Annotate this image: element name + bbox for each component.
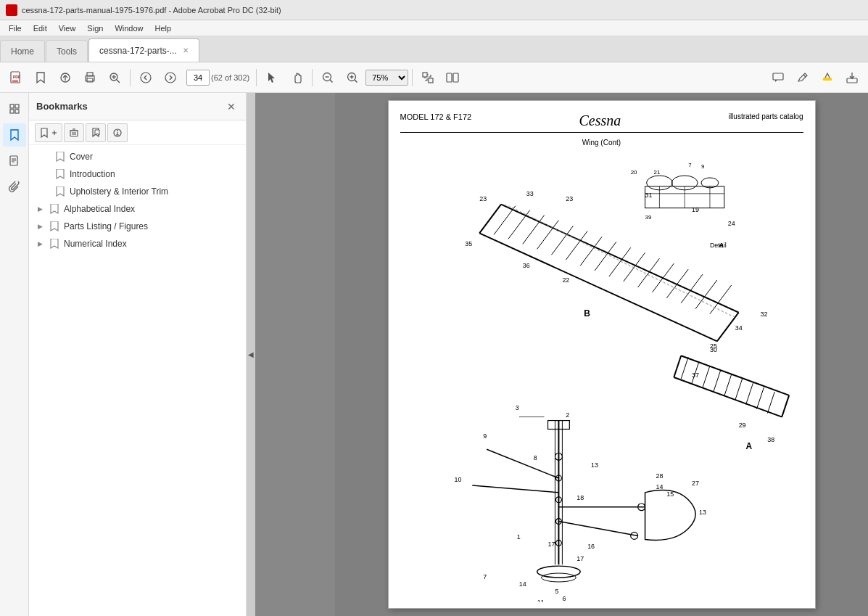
pdf-header: MODEL 172 & F172 Cessna illustrated part… bbox=[400, 112, 803, 133]
bookmark-item-cover[interactable]: ▶ Cover bbox=[29, 148, 246, 165]
tab-document[interactable]: cessna-172-parts-... ✕ bbox=[88, 38, 199, 62]
bookmark-item-numerical[interactable]: ▶ Numerical Index bbox=[29, 235, 246, 252]
svg-text:24: 24 bbox=[727, 221, 735, 228]
menu-edit[interactable]: Edit bbox=[28, 22, 53, 34]
tab-tools[interactable]: Tools bbox=[46, 40, 88, 62]
toolbar-separator-1 bbox=[130, 69, 131, 86]
pdf-diagram: Detail A 20 21 9 bbox=[400, 152, 803, 602]
svg-marker-62 bbox=[51, 204, 58, 213]
zoom-out-button[interactable] bbox=[316, 66, 339, 89]
svg-marker-16 bbox=[268, 73, 275, 83]
two-page-button[interactable] bbox=[441, 66, 464, 89]
menu-sign[interactable]: Sign bbox=[81, 22, 109, 34]
svg-line-91 bbox=[595, 242, 616, 271]
bookmarks-list: ▶ Cover ▶ Introduction bbox=[29, 145, 246, 616]
svg-text:7: 7 bbox=[483, 573, 487, 580]
svg-rect-29 bbox=[453, 73, 458, 82]
tab-close-button[interactable]: ✕ bbox=[183, 46, 189, 54]
menu-bar: File Edit View Sign Window Help bbox=[0, 20, 868, 36]
toolbar-separator-3 bbox=[312, 69, 313, 86]
main-layout: Bookmarks ✕ bbox=[0, 93, 868, 616]
svg-rect-28 bbox=[447, 73, 452, 82]
bookmark-label-parts-listing: Parts Listing / Figures bbox=[64, 221, 240, 231]
bookmark-item-parts-listing[interactable]: ▶ Parts Listing / Figures bbox=[29, 218, 246, 235]
next-page-button[interactable] bbox=[159, 66, 182, 89]
pdf-viewer[interactable]: MODEL 172 & F172 Cessna illustrated part… bbox=[335, 93, 868, 616]
bookmarks-header: Bookmarks ✕ bbox=[29, 93, 246, 120]
menu-file[interactable]: File bbox=[3, 22, 28, 34]
enhance-button[interactable] bbox=[103, 66, 126, 89]
svg-marker-44 bbox=[41, 128, 47, 137]
print-button[interactable] bbox=[78, 66, 102, 89]
zoom-in-button[interactable] bbox=[341, 66, 364, 89]
svg-text:A: A bbox=[717, 241, 723, 249]
svg-text:6: 6 bbox=[562, 595, 566, 602]
new-bookmark-button[interactable] bbox=[35, 123, 62, 142]
pdf-catalog-text: illustrated parts catalog bbox=[729, 112, 803, 120]
svg-line-85 bbox=[508, 210, 529, 239]
bookmark-arrow-alphabetical[interactable]: ▶ bbox=[35, 204, 45, 214]
bookmark-icon-upholstery bbox=[55, 186, 65, 197]
svg-text:17: 17 bbox=[576, 555, 584, 562]
menu-view[interactable]: View bbox=[53, 22, 82, 34]
side-icon-attachments[interactable] bbox=[3, 176, 26, 199]
svg-marker-64 bbox=[51, 239, 58, 248]
svg-rect-38 bbox=[15, 110, 19, 113]
bookmark-item-alphabetical[interactable]: ▶ Alphabetical Index bbox=[29, 200, 246, 218]
hand-tool-button[interactable] bbox=[285, 66, 308, 89]
svg-marker-60 bbox=[57, 169, 64, 178]
svg-text:11: 11 bbox=[537, 599, 544, 602]
create-pdf-button[interactable]: PDF bbox=[4, 66, 28, 89]
svg-text:29: 29 bbox=[738, 422, 745, 430]
bookmarks-title: Bookmarks bbox=[36, 101, 88, 112]
fit-page-button[interactable] bbox=[416, 66, 439, 89]
menu-help[interactable]: Help bbox=[149, 22, 178, 34]
side-icon-tools[interactable] bbox=[3, 97, 26, 120]
zoom-level-select[interactable]: 50% 75% 100% 125% 150% 200% bbox=[365, 70, 408, 86]
svg-text:14: 14 bbox=[656, 483, 663, 490]
export-button[interactable] bbox=[840, 66, 864, 89]
bookmark-icon-alphabetical bbox=[49, 204, 59, 214]
delete-bookmark-button[interactable] bbox=[64, 123, 84, 142]
svg-point-15 bbox=[165, 73, 175, 83]
svg-marker-63 bbox=[51, 221, 58, 231]
bookmark-arrow-numerical[interactable]: ▶ bbox=[35, 239, 45, 249]
svg-line-140 bbox=[472, 485, 558, 493]
tab-home[interactable]: Home bbox=[0, 40, 45, 62]
svg-text:7: 7 bbox=[688, 162, 692, 168]
bookmark-icon-numerical bbox=[49, 239, 59, 249]
bookmarks-close-button[interactable]: ✕ bbox=[224, 99, 239, 114]
svg-point-56 bbox=[117, 130, 118, 131]
svg-line-94 bbox=[637, 258, 659, 287]
side-icon-bookmarks[interactable] bbox=[3, 123, 26, 147]
new-child-bookmark-button[interactable] bbox=[86, 123, 106, 142]
svg-text:8: 8 bbox=[533, 454, 537, 461]
page-number-input[interactable] bbox=[186, 70, 210, 86]
comment-button[interactable] bbox=[766, 66, 790, 89]
svg-text:34: 34 bbox=[735, 324, 742, 332]
app-icon bbox=[6, 4, 17, 16]
svg-text:28: 28 bbox=[656, 472, 663, 480]
bookmark-item-introduction[interactable]: ▶ Introduction bbox=[29, 165, 246, 183]
thumbnail-panel bbox=[255, 93, 335, 616]
svg-text:19: 19 bbox=[692, 206, 699, 213]
toolbar-separator-2 bbox=[256, 69, 257, 86]
page-nav-group: (62 of 302) bbox=[186, 70, 249, 86]
panel-collapse-toggle[interactable]: ◀ bbox=[247, 93, 255, 616]
highlight-button[interactable] bbox=[816, 66, 839, 89]
side-icon-pages[interactable] bbox=[3, 149, 26, 173]
menu-window[interactable]: Window bbox=[109, 22, 149, 34]
prev-page-button[interactable] bbox=[134, 66, 157, 89]
share-button[interactable] bbox=[54, 66, 77, 89]
draw-button[interactable] bbox=[791, 66, 814, 89]
bookmark-item-upholstery[interactable]: ▶ Upholstery & Interior Trim bbox=[29, 183, 246, 200]
svg-text:13: 13 bbox=[699, 509, 706, 516]
tab-document-label: cessna-172-parts-... bbox=[99, 46, 177, 56]
reset-bookmarks-button[interactable] bbox=[107, 123, 128, 142]
svg-line-119 bbox=[674, 356, 681, 377]
bookmark-button[interactable] bbox=[29, 66, 52, 89]
bookmark-arrow-parts-listing[interactable]: ▶ bbox=[35, 221, 45, 231]
svg-text:18: 18 bbox=[576, 494, 584, 501]
select-tool-button[interactable] bbox=[260, 66, 284, 89]
svg-text:21: 21 bbox=[653, 169, 660, 176]
